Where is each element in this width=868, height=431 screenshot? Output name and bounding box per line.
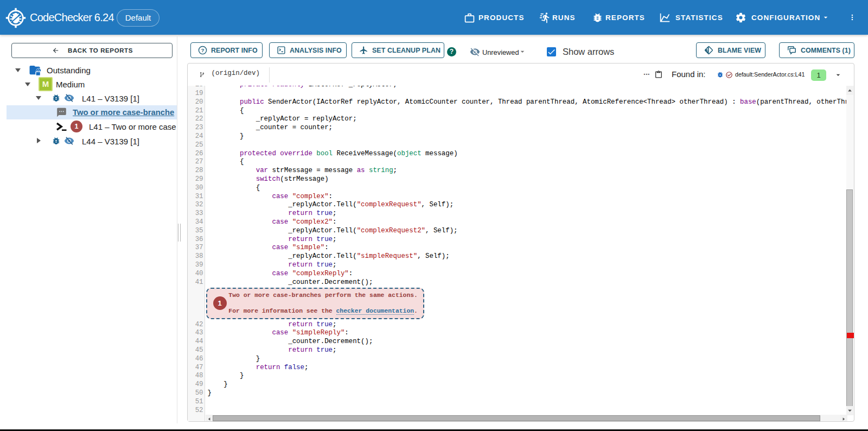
svg-text:?: ? <box>201 47 204 53</box>
